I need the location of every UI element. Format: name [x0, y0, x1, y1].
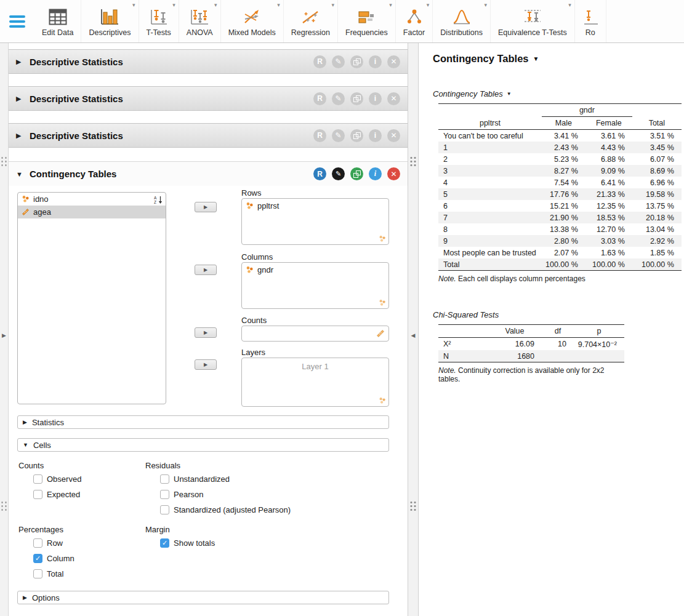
toolbar-item-factor[interactable]: ▾ Factor — [396, 0, 433, 42]
expand-right-icon[interactable]: ▶ — [2, 332, 6, 338]
assign-to-columns-button[interactable]: ▶ — [195, 265, 217, 275]
dropdown-caret-icon[interactable]: ▾ — [484, 2, 487, 8]
assigned-variable-gndr[interactable]: gndr — [242, 263, 388, 274]
dropdown-caret-icon[interactable]: ▾ — [172, 2, 175, 8]
checkbox-show-totals[interactable]: Show totals — [160, 538, 215, 548]
panel-splitter[interactable]: ◀ — [408, 43, 419, 616]
toolbar-item-distributions[interactable]: ▾ Distributions — [433, 0, 491, 42]
left-panel-gutter[interactable]: ▶ — [0, 43, 9, 616]
table-cell: 13.38 % — [542, 223, 585, 235]
toolbar-item-anova[interactable]: ▾ ANOVA — [179, 0, 221, 42]
toolbar-item-regression[interactable]: ▾ Regression — [284, 0, 338, 42]
checkbox-box[interactable] — [33, 474, 42, 484]
toolbar-item-equivalence-t-tests[interactable]: ▾ Equivalence T-Tests — [491, 0, 575, 42]
checkbox-box[interactable] — [33, 569, 42, 578]
toolbar-item-clipped[interactable]: Ro — [575, 0, 606, 42]
dropdown-caret-icon[interactable]: ▾ — [568, 2, 571, 8]
hamburger-menu-button[interactable] — [0, 0, 34, 42]
checkbox-total[interactable]: Total — [33, 569, 63, 578]
checkbox-box[interactable] — [160, 505, 169, 514]
info-icon[interactable]: i — [369, 55, 382, 68]
edit-title-icon[interactable]: ✎ — [332, 92, 345, 105]
analysis-section-descriptive-2[interactable]: ▶ Descriptive Statistics R ✎ i ✕ — [9, 86, 408, 111]
drag-handle[interactable] — [1, 157, 7, 166]
rows-target-box[interactable]: ppltrst — [241, 198, 389, 245]
collapsed-triangle-icon[interactable]: ▶ — [16, 58, 23, 66]
r-syntax-icon[interactable]: R — [313, 129, 326, 142]
results-title[interactable]: Contingency Tables ▼ — [433, 53, 684, 65]
checkbox-column[interactable]: Column — [33, 554, 74, 563]
close-analysis-icon[interactable]: ✕ — [387, 167, 400, 180]
edit-title-icon[interactable]: ✎ — [332, 129, 345, 142]
checkbox-box[interactable] — [160, 538, 169, 548]
r-syntax-icon[interactable]: R — [313, 55, 326, 68]
table-cell: 7.54 % — [542, 177, 585, 188]
toolbar-item-label: ANOVA — [187, 28, 213, 37]
statistics-expander[interactable]: ▶ Statistics — [17, 415, 389, 429]
dropdown-caret-icon[interactable]: ▾ — [427, 2, 430, 8]
results-title-caret-icon[interactable]: ▼ — [533, 55, 539, 62]
assign-to-rows-button[interactable]: ▶ — [195, 202, 217, 212]
dropdown-caret-icon[interactable]: ▾ — [132, 2, 135, 8]
duplicate-analysis-icon[interactable] — [350, 92, 363, 105]
checkbox-box[interactable] — [33, 554, 42, 563]
dropdown-caret-icon[interactable]: ▾ — [214, 2, 217, 8]
analysis-section-descriptive-1[interactable]: ▶ Descriptive Statistics R ✎ i ✕ — [9, 49, 408, 74]
sort-variables-icon[interactable]: A Z — [153, 194, 164, 206]
expanded-triangle-icon[interactable]: ▼ — [16, 170, 23, 178]
dropdown-caret-icon[interactable]: ▾ — [389, 2, 392, 8]
info-icon[interactable]: i — [369, 167, 382, 180]
available-variables-list[interactable]: idno agea A Z — [17, 192, 166, 404]
toolbar-item-mixed-models[interactable]: ▾ Mixed Models — [221, 0, 284, 42]
cells-expander[interactable]: ▼ Cells — [17, 438, 389, 452]
collapsed-triangle-icon[interactable]: ▶ — [16, 95, 23, 103]
checkbox-expected[interactable]: Expected — [33, 490, 80, 499]
edit-title-icon[interactable]: ✎ — [332, 167, 345, 180]
layers-target-box[interactable]: Layer 1 — [241, 358, 389, 407]
toolbar-item-edit-data[interactable]: Edit Data — [34, 0, 81, 42]
checkbox-box[interactable] — [160, 474, 169, 484]
duplicate-analysis-icon[interactable] — [350, 129, 363, 142]
duplicate-analysis-icon[interactable] — [350, 167, 363, 180]
counts-target-box[interactable] — [241, 326, 389, 342]
toolbar-item-descriptives[interactable]: ▾ Descriptives — [81, 0, 139, 42]
duplicate-analysis-icon[interactable] — [350, 55, 363, 68]
checkbox-observed[interactable]: Observed — [33, 474, 81, 484]
checkbox-standardized[interactable]: Standardized (adjusted Pearson) — [160, 505, 291, 514]
r-syntax-icon[interactable]: R — [313, 92, 326, 105]
checkbox-box[interactable] — [33, 490, 42, 499]
close-analysis-icon[interactable]: ✕ — [387, 92, 400, 105]
assign-to-layers-button[interactable]: ▶ — [195, 359, 217, 370]
checkbox-box[interactable] — [33, 538, 42, 548]
checkbox-pearson[interactable]: Pearson — [160, 490, 203, 499]
drag-handle[interactable] — [411, 502, 416, 511]
toolbar-item-t-tests[interactable]: ▾ T-Tests — [139, 0, 179, 42]
variable-agea[interactable]: agea — [18, 206, 166, 218]
close-analysis-icon[interactable]: ✕ — [387, 129, 400, 142]
variable-idno[interactable]: idno — [18, 193, 166, 206]
collapsed-triangle-icon[interactable]: ▶ — [16, 132, 23, 140]
toolbar-item-frequencies[interactable]: ▾ Frequencies — [338, 0, 396, 42]
assign-to-counts-button[interactable]: ▶ — [195, 327, 217, 338]
contingency-table-title[interactable]: Contingency Tables ▼ — [433, 89, 684, 98]
dropdown-caret-icon[interactable]: ▾ — [331, 2, 334, 8]
analysis-section-descriptive-3[interactable]: ▶ Descriptive Statistics R ✎ i ✕ — [9, 123, 408, 148]
columns-target-box[interactable]: gndr — [241, 262, 389, 309]
drag-handle[interactable] — [411, 157, 416, 166]
analysis-section-contingency-tables[interactable]: ▼ Contingency Tables R ✎ i ✕ — [9, 161, 408, 186]
drag-handle[interactable] — [1, 502, 7, 511]
collapse-left-icon[interactable]: ◀ — [411, 332, 416, 338]
table-title-caret-icon[interactable]: ▼ — [507, 91, 512, 97]
dropdown-caret-icon[interactable]: ▾ — [277, 2, 280, 8]
info-icon[interactable]: i — [369, 129, 382, 142]
info-icon[interactable]: i — [369, 92, 382, 105]
checkbox-unstandardized[interactable]: Unstandardized — [160, 474, 230, 484]
checkbox-box[interactable] — [160, 490, 169, 499]
assigned-variable-ppltrst[interactable]: ppltrst — [242, 199, 388, 210]
checkbox-row[interactable]: Row — [33, 538, 63, 548]
r-syntax-icon[interactable]: R — [313, 167, 326, 180]
options-expander[interactable]: ▶ Options — [17, 591, 389, 604]
chi-squared-table-title[interactable]: Chi-Squared Tests — [433, 310, 684, 319]
edit-title-icon[interactable]: ✎ — [332, 55, 345, 68]
close-analysis-icon[interactable]: ✕ — [387, 55, 400, 68]
